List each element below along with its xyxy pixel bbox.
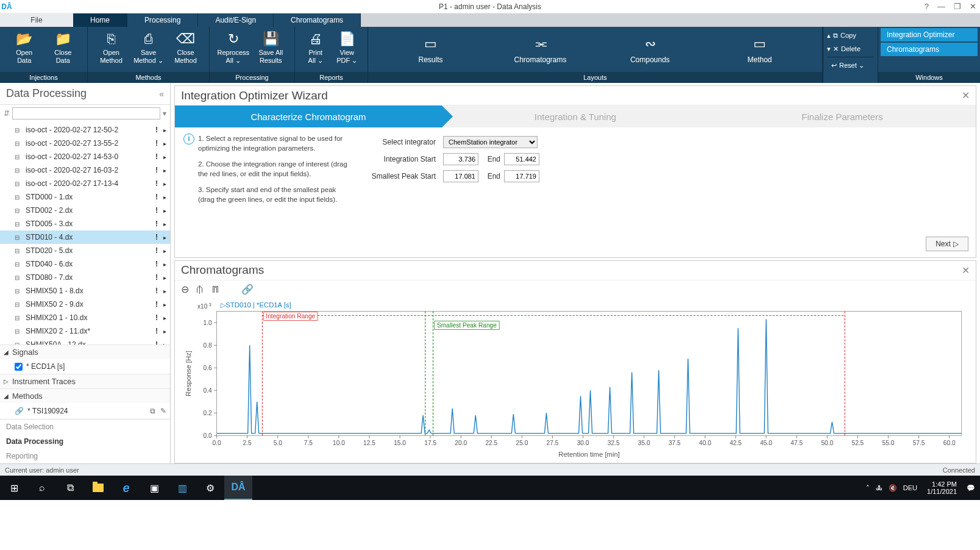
- terminal-icon[interactable]: ▣: [140, 476, 168, 500]
- layout-results-button[interactable]: ▭Results: [400, 35, 461, 64]
- open-data-button[interactable]: 📂OpenData: [5, 29, 44, 65]
- injection-item[interactable]: ⊟STD000 - 1.dx!▸: [0, 190, 170, 204]
- start-button[interactable]: ⊞: [0, 476, 28, 500]
- task-view-icon[interactable]: ⧉: [56, 476, 84, 500]
- file-explorer-icon[interactable]: [84, 476, 112, 500]
- tab-processing[interactable]: Processing: [127, 13, 198, 27]
- method-edit-icon[interactable]: ✎: [160, 407, 166, 415]
- injection-item[interactable]: ⊟SHMIX20 2 - 11.dx *!▸: [0, 324, 170, 338]
- collapse-panel-icon[interactable]: «: [159, 89, 164, 99]
- tray-notifications-icon[interactable]: 💬: [967, 484, 975, 492]
- tray-volume-icon[interactable]: 🔇: [889, 484, 897, 492]
- layout-reset-button[interactable]: ↩Reset ⌄: [827, 59, 874, 71]
- ie-icon[interactable]: e: [112, 476, 140, 500]
- injection-item[interactable]: ⊟STD080 - 7.dx!▸: [0, 271, 170, 284]
- injection-item[interactable]: ⊟iso-oct - 2020-02-27 17-13-4!▸: [0, 177, 170, 190]
- wizard-step-3[interactable]: Finalize Parameters: [709, 105, 976, 127]
- injection-icon: ⊟: [15, 234, 23, 241]
- group-label-processing: Processing: [210, 72, 294, 83]
- integration-end-input[interactable]: [504, 153, 539, 165]
- chromatogram-panel: Chromatograms✕ ⊖ ⫛ ⩎ 🔗 0.02.55.07.510.01…: [174, 260, 976, 463]
- filter-input[interactable]: [12, 107, 160, 120]
- window-chromatograms-button[interactable]: Chromatograms: [881, 43, 978, 56]
- app-icon-1[interactable]: ▥: [168, 476, 196, 500]
- layout-copy-button[interactable]: ▴⧉Copy: [827, 29, 874, 41]
- wizard-step-1[interactable]: Characterize Chromatogram: [175, 105, 442, 127]
- next-button[interactable]: Next▷: [926, 237, 968, 251]
- tab-home[interactable]: Home: [73, 13, 127, 27]
- close-wizard-icon[interactable]: ✕: [962, 90, 970, 101]
- signals-header[interactable]: ◢Signals: [0, 345, 170, 359]
- close-method-button[interactable]: ⌫CloseMethod: [167, 29, 204, 65]
- minimize-icon[interactable]: —: [937, 2, 945, 11]
- injection-item[interactable]: ⊟SHMIX50 2 - 9.dx!▸: [0, 298, 170, 311]
- tray-language[interactable]: DEU: [903, 484, 917, 491]
- injection-item[interactable]: ⊟STD020 - 5.dx!▸: [0, 244, 170, 257]
- method-item[interactable]: 🔗 * TSI190924 ⧉✎: [0, 403, 170, 419]
- injection-item[interactable]: ⊟SHMIX20 1 - 10.dx!▸: [0, 311, 170, 324]
- injection-item[interactable]: ⊟iso-oct - 2020-02-27 16-03-2!▸: [0, 163, 170, 177]
- injection-tree[interactable]: ⊟iso-oct - 2020-02-27 12-50-2!▸⊟iso-oct …: [0, 122, 170, 345]
- layout-compounds-button[interactable]: ∾Compounds: [620, 35, 681, 64]
- print-all-button[interactable]: 🖨PrintAll ⌄: [300, 29, 332, 65]
- injection-icon: ⊟: [15, 167, 23, 174]
- close-chromatogram-icon[interactable]: ✕: [962, 265, 970, 276]
- close-data-button[interactable]: 📁CloseData: [44, 29, 83, 65]
- injection-icon: ⊟: [15, 180, 23, 187]
- layout-chromatograms-button[interactable]: ⫘Chromatograms: [510, 35, 571, 64]
- tab-chromatograms[interactable]: Chromatograms: [274, 13, 361, 27]
- injection-item[interactable]: ⊟SHMIX50 1 - 8.dx!▸: [0, 284, 170, 298]
- integration-start-input[interactable]: [443, 153, 478, 165]
- maximize-icon[interactable]: ❐: [954, 2, 961, 11]
- settings-icon[interactable]: ⚙: [196, 476, 224, 500]
- view-pdf-button[interactable]: 📄ViewPDF ⌄: [332, 29, 363, 65]
- stack-icon[interactable]: ⩎: [211, 284, 221, 295]
- integrator-select[interactable]: ChemStation integrator: [443, 136, 538, 148]
- injection-item[interactable]: ⊟STD005 - 3.dx!▸: [0, 217, 170, 230]
- close-icon[interactable]: ✕: [970, 2, 976, 11]
- save-method-button[interactable]: ⎙SaveMethod ⌄: [130, 29, 167, 65]
- filter-icon[interactable]: ⇵: [4, 109, 10, 118]
- injection-item[interactable]: ⊟iso-oct - 2020-02-27 12-50-2!▸: [0, 123, 170, 137]
- link-method-icon[interactable]: 🔗: [241, 284, 254, 295]
- zoom-out-icon[interactable]: ⊖: [181, 284, 189, 295]
- open-method-button[interactable]: ⎘OpenMethod: [93, 29, 130, 65]
- method-copy-icon[interactable]: ⧉: [150, 407, 155, 415]
- chromatogram-plot[interactable]: 0.02.55.07.510.012.515.017.520.022.525.0…: [182, 299, 968, 459]
- reprocess-all-button[interactable]: ↻ReprocessAll ⌄: [215, 29, 252, 65]
- injection-icon: ⊟: [15, 127, 23, 134]
- left-panel: Data Processing « ⇵ ▾ ⊟iso-oct - 2020-02…: [0, 83, 171, 463]
- injection-item[interactable]: ⊟STD002 - 2.dx!▸: [0, 204, 170, 217]
- injection-item[interactable]: ⊟STD040 - 6.dx!▸: [0, 257, 170, 271]
- signal-checkbox[interactable]: [15, 363, 23, 371]
- injection-item[interactable]: ⊟iso-oct - 2020-02-27 14-53-0!▸: [0, 150, 170, 163]
- signal-item[interactable]: * ECD1A [s]: [0, 359, 170, 374]
- tab-data-selection[interactable]: Data Selection: [0, 420, 170, 434]
- tray-chevron-icon[interactable]: ˄: [866, 484, 870, 492]
- peak-start-input[interactable]: [443, 170, 478, 182]
- methods-header[interactable]: ◢Methods: [0, 388, 170, 403]
- peak-end-input[interactable]: [504, 170, 539, 182]
- tray-network-icon[interactable]: 🖧: [876, 484, 882, 491]
- open-folder-icon: 📂: [5, 30, 44, 48]
- tab-file[interactable]: File: [0, 13, 73, 27]
- injection-item[interactable]: ⊟iso-oct - 2020-02-27 13-55-2!▸: [0, 137, 170, 150]
- injection-item[interactable]: ⊟STD010 - 4.dx!▸: [0, 230, 170, 244]
- wizard-instructions: 1. Select a representative signal to be …: [198, 134, 348, 227]
- save-all-results-button[interactable]: 💾Save AllResults: [252, 29, 290, 65]
- layout-method-button[interactable]: ▭Method: [730, 35, 790, 64]
- tab-reporting[interactable]: Reporting: [0, 449, 170, 463]
- wizard-step-2[interactable]: Integration & Tuning: [442, 105, 709, 127]
- layout-delete-button[interactable]: ▾✕Delete: [827, 43, 874, 55]
- help-icon[interactable]: ?: [925, 2, 929, 11]
- overlay-icon[interactable]: ⫛: [195, 284, 205, 295]
- search-icon[interactable]: ⌕: [28, 476, 56, 500]
- tab-data-processing[interactable]: Data Processing: [0, 434, 170, 449]
- filter-dropdown-icon[interactable]: ▾: [163, 109, 166, 118]
- tab-audit[interactable]: Audit/E-Sign: [198, 13, 274, 27]
- window-wizard-button[interactable]: Integration Optimizer Wizard: [881, 28, 978, 41]
- injection-item[interactable]: ⊟SHMIX50A - 12.dx!▸: [0, 338, 170, 345]
- traces-header[interactable]: ▷Instrument Traces: [0, 374, 170, 388]
- data-analysis-taskbar-icon[interactable]: DÂ: [224, 476, 252, 500]
- tray-clock[interactable]: 1:42 PM1/11/2021: [923, 480, 960, 495]
